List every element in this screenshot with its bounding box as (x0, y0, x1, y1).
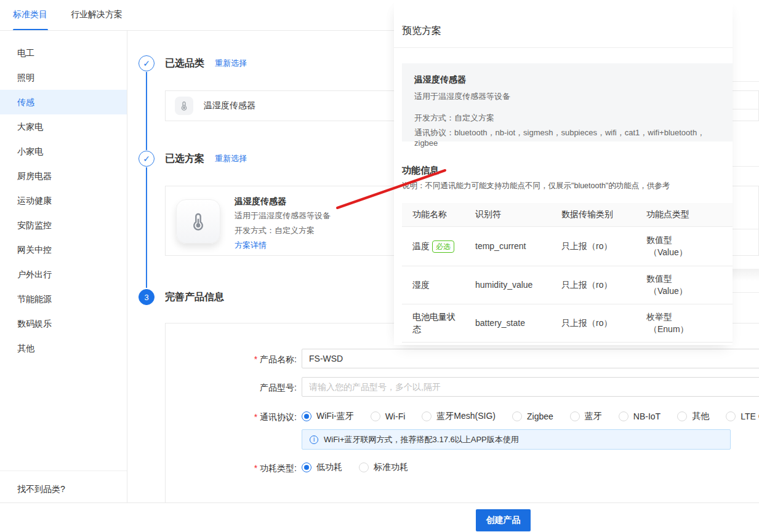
function-type-main: 数值型 (646, 274, 672, 284)
radio-icon (677, 411, 687, 421)
sidebar-item-gateway[interactable]: 网关中控 (0, 237, 127, 262)
sidebar-item-security[interactable]: 安防监控 (0, 213, 127, 237)
function-type: 枚举型（Enum） (646, 304, 733, 342)
sidebar-item-small-appliance[interactable]: 小家电 (0, 139, 127, 164)
function-type: 数值型（Value） (646, 266, 733, 304)
preview-protocols: 通讯协议：bluetooth，nb-iot，sigmesh，subpieces，… (414, 127, 720, 148)
radio-label: 蓝牙 (585, 411, 602, 422)
radio-icon (570, 411, 580, 421)
preview-solution-name: 温湿度传感器 (414, 74, 720, 85)
sidebar-item-large-appliance[interactable]: 大家电 (0, 114, 127, 139)
protocol-radio-group: WiFi-蓝牙 Wi-Fi 蓝牙Mesh(SIG) Zigbee 蓝牙 NB-I… (302, 410, 759, 423)
protocol-hint-text: WiFi+蓝牙联网方式，推荐搭配3.17.6以上APP版本使用 (324, 434, 519, 445)
underlying-shadow-stub (733, 269, 759, 281)
protocol-hint-box: WiFi+蓝牙联网方式，推荐搭配3.17.6以上APP版本使用 (302, 429, 731, 450)
radio-label: Zigbee (527, 411, 553, 421)
info-icon (310, 435, 318, 444)
step1-title: 已选品类 (165, 57, 204, 70)
cannot-find-category-link[interactable]: 找不到品类? (0, 470, 127, 495)
step1-header: 已选品类 重新选择 (139, 55, 247, 71)
function-transfer: 只上报（ro） (561, 266, 646, 304)
sidebar-item-digital-entertainment[interactable]: 数码娱乐 (0, 311, 127, 336)
product-name-label: *产品名称: (203, 354, 297, 365)
function-type-sub: （Value） (646, 246, 733, 258)
radio-label: 蓝牙Mesh(SIG) (436, 411, 496, 422)
sidebar-item-kitchen-appliance[interactable]: 厨房电器 (0, 164, 127, 188)
table-row: 电池电量状态 battery_state 只上报（ro） 枚举型（Enum） (402, 304, 733, 342)
step2-header: 已选方案 重新选择 (139, 151, 247, 167)
thermometer-icon-large (176, 199, 220, 244)
radio-label: Wi-Fi (385, 411, 406, 421)
function-name: 温度 (412, 241, 430, 251)
power-radio-group: 低功耗 标准功耗 (302, 461, 408, 474)
category-sidebar: 电工 照明 传感 大家电 小家电 厨房电器 运动健康 安防监控 网关中控 户外出… (0, 31, 127, 503)
col-function-name: 功能名称 (402, 203, 475, 226)
function-type-main: 枚举型 (646, 312, 672, 322)
radio-low-power[interactable]: 低功耗 (302, 462, 342, 473)
function-type-main: 数值型 (646, 235, 672, 245)
function-type: 数值型（Value） (646, 226, 733, 266)
radio-zigbee[interactable]: Zigbee (512, 411, 553, 421)
function-code: battery_state (475, 304, 561, 342)
radio-icon (726, 411, 736, 421)
radio-label: 其他 (692, 411, 709, 422)
step-connector-1 (146, 72, 147, 150)
sidebar-item-lighting[interactable]: 照明 (0, 65, 127, 90)
radio-nbiot[interactable]: NB-IoT (619, 411, 661, 421)
function-code: humidity_value (475, 266, 561, 304)
sidebar-item-other[interactable]: 其他 (0, 336, 127, 360)
radio-ble-mesh-sig[interactable]: 蓝牙Mesh(SIG) (422, 411, 496, 422)
tab-industry-solution[interactable]: 行业解决方案 (71, 9, 122, 20)
radio-icon (371, 411, 380, 421)
sidebar-item-sport-health[interactable]: 运动健康 (0, 188, 127, 213)
radio-checked-icon (302, 411, 311, 421)
table-row: 温度必选 temp_current 只上报（ro） 数值型（Value） (402, 226, 733, 266)
sidebar-item-electrical[interactable]: 电工 (0, 41, 127, 65)
function-type-sub: （Value） (646, 285, 733, 297)
category-list: 电工 照明 传感 大家电 小家电 厨房电器 运动健康 安防监控 网关中控 户外出… (0, 31, 127, 360)
required-mark: * (254, 463, 257, 473)
function-type-sub: （Enum） (646, 323, 733, 335)
power-type-label-text: 功耗类型: (260, 463, 297, 473)
col-identifier: 识别符 (475, 203, 561, 226)
product-name-input[interactable] (302, 349, 759, 368)
radio-icon (512, 411, 522, 421)
thermometer-icon (175, 97, 193, 115)
solution-name: 温湿度传感器 (235, 194, 331, 208)
preview-summary-box: 温湿度传感器 适用于温湿度传感器等设备 开发方式：自定义方案 通讯协议：blue… (402, 63, 733, 141)
underlying-border-stub (733, 81, 759, 82)
sidebar-item-sensor[interactable]: 传感 (0, 90, 127, 114)
step-connector-2 (146, 167, 147, 288)
step1-reselect-link[interactable]: 重新选择 (215, 58, 247, 69)
radio-ble[interactable]: 蓝牙 (570, 411, 602, 422)
underlying-border-stub (733, 229, 759, 229)
radio-standard-power[interactable]: 标准功耗 (359, 462, 408, 473)
function-table: 功能名称 识别符 数据传输类别 功能点类型 温度必选 temp_current … (402, 203, 733, 343)
radio-other[interactable]: 其他 (677, 411, 709, 422)
sidebar-item-outdoor[interactable]: 户外出行 (0, 262, 127, 287)
underlying-border-stub (733, 109, 759, 109)
sidebar-item-energy[interactable]: 节能能源 (0, 287, 127, 311)
function-transfer: 只上报（ro） (561, 304, 646, 342)
product-model-label: 产品型号: (203, 383, 297, 394)
product-model-input[interactable] (302, 377, 759, 397)
step3-header: 3 完善产品信息 (139, 289, 224, 305)
radio-wifi-ble[interactable]: WiFi-蓝牙 (302, 411, 354, 422)
step2-reselect-link[interactable]: 重新选择 (215, 153, 247, 164)
product-name-label-text: 产品名称: (260, 354, 297, 364)
solution-detail-link[interactable]: 方案详情 (235, 238, 331, 253)
create-product-button[interactable]: 创建产品 (476, 509, 531, 531)
required-mark: * (254, 354, 257, 364)
radio-label: NB-IoT (633, 411, 661, 421)
radio-label: WiFi-蓝牙 (316, 411, 354, 422)
radio-lte-cat1[interactable]: LTE Cat.1 (726, 411, 759, 421)
selected-category-name: 温湿度传感器 (204, 100, 255, 111)
solution-description: 适用于温湿度传感器等设备 (235, 208, 331, 223)
required-badge: 必选 (432, 240, 454, 253)
tab-standard-category[interactable]: 标准类目 (13, 9, 47, 20)
underlying-border-stub (733, 292, 759, 293)
col-datapoint-type: 功能点类型 (646, 203, 733, 226)
preview-divider (394, 47, 733, 48)
radio-wifi[interactable]: Wi-Fi (371, 411, 406, 421)
radio-label: LTE Cat.1 (741, 411, 759, 421)
